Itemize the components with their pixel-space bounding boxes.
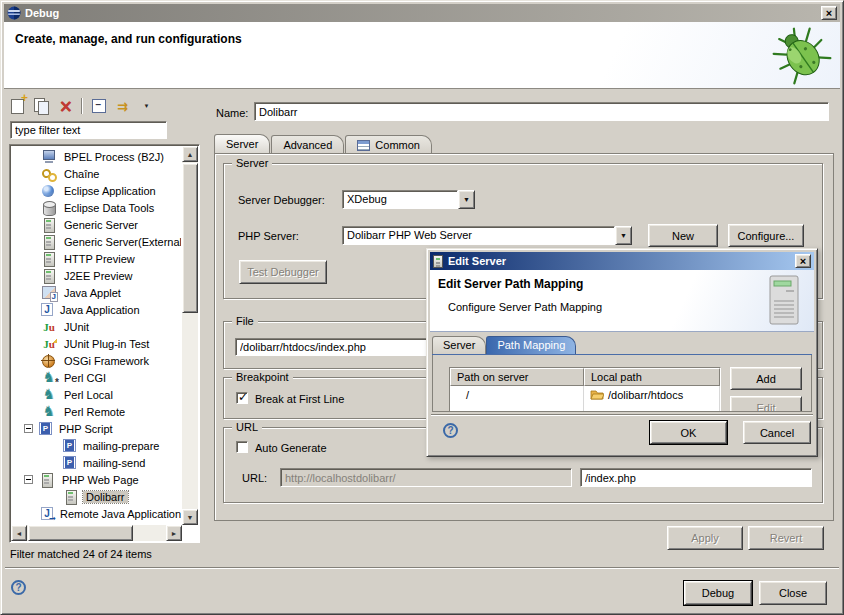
tree-item-label: Generic Server bbox=[61, 219, 141, 231]
auto-generate-label: Auto Generate bbox=[255, 442, 327, 454]
server-debugger-combo[interactable]: XDebug bbox=[342, 190, 475, 209]
toolbar-menu-arrow-icon[interactable] bbox=[138, 98, 155, 114]
tree-item-label: JUnit bbox=[61, 321, 92, 333]
dialog-tabs: Server Path Mapping bbox=[432, 335, 812, 355]
tree-item[interactable]: JUnit Plug-in Test bbox=[12, 335, 181, 352]
collapse-all-icon[interactable] bbox=[90, 98, 107, 114]
expander-minus-icon[interactable] bbox=[24, 475, 33, 484]
tree-item[interactable]: OSGi Framework bbox=[12, 352, 181, 369]
tree-item[interactable]: Perl CGI bbox=[12, 369, 181, 386]
tree-item[interactable]: mailing-prepare bbox=[12, 437, 181, 454]
osgi-icon bbox=[41, 354, 57, 368]
server-icon bbox=[39, 473, 55, 487]
revert-button[interactable]: Revert bbox=[748, 526, 824, 550]
dialog-heading: Edit Server Path Mapping bbox=[438, 277, 583, 291]
tree-item-label: BPEL Process (B2J) bbox=[61, 151, 167, 163]
scroll-right-icon[interactable]: ► bbox=[166, 525, 182, 541]
column-local-path[interactable]: Local path bbox=[584, 368, 720, 386]
ok-button[interactable]: OK bbox=[650, 421, 727, 444]
scroll-left-icon[interactable]: ◄ bbox=[11, 525, 27, 541]
help-icon[interactable]: ? bbox=[11, 580, 26, 595]
auto-generate-checkbox[interactable] bbox=[236, 441, 248, 453]
config-tree-box: BPEL Process (B2J)ChaîneEclipse Applicat… bbox=[9, 144, 200, 543]
apply-button[interactable]: Apply bbox=[667, 526, 743, 550]
edit-server-title: Edit Server bbox=[448, 255, 506, 267]
tree-item[interactable]: Java Application bbox=[12, 301, 181, 318]
tree-item[interactable]: Eclipse Application bbox=[12, 182, 181, 199]
delete-config-icon[interactable] bbox=[57, 98, 74, 114]
filter-input[interactable] bbox=[10, 121, 167, 139]
new-server-button[interactable]: New bbox=[648, 224, 718, 247]
server-icon bbox=[63, 490, 79, 504]
column-path-on-server[interactable]: Path on server bbox=[450, 368, 584, 386]
tree-item[interactable]: Perl Remote bbox=[12, 403, 181, 420]
tree-item[interactable]: Eclipse Data Tools bbox=[12, 199, 181, 216]
server-icon bbox=[41, 235, 57, 249]
edit-mapping-button[interactable]: Edit bbox=[730, 396, 802, 412]
add-mapping-button[interactable]: Add bbox=[730, 367, 802, 390]
break-first-line-checkbox[interactable] bbox=[236, 392, 248, 404]
perl-cgi-icon bbox=[41, 371, 57, 385]
window-titlebar: Debug × bbox=[4, 4, 840, 22]
mapping-table-body: //dolibarr/htdocs bbox=[450, 386, 720, 412]
debug-bug-icon bbox=[772, 24, 832, 88]
mapping-row[interactable]: //dolibarr/htdocs bbox=[450, 386, 720, 404]
tree-item[interactable]: J2EE Preview bbox=[12, 267, 181, 284]
debug-button[interactable]: Debug bbox=[684, 581, 752, 605]
config-tree: BPEL Process (B2J)ChaîneEclipse Applicat… bbox=[12, 148, 181, 524]
scroll-up-icon[interactable]: ▲ bbox=[182, 146, 198, 162]
tab-server[interactable]: Server bbox=[214, 134, 270, 154]
tree-vertical-scrollbar[interactable]: ▲ ▼ bbox=[182, 146, 198, 525]
filter-launch-icon[interactable] bbox=[114, 98, 131, 114]
java-icon bbox=[41, 303, 53, 316]
close-window-icon[interactable]: × bbox=[821, 6, 837, 20]
vertical-scroll-thumb[interactable] bbox=[182, 163, 198, 313]
window-title: Debug bbox=[25, 7, 59, 19]
expander-minus-icon[interactable] bbox=[24, 424, 33, 433]
tree-item[interactable]: HTTP Preview bbox=[12, 250, 181, 267]
name-input[interactable] bbox=[254, 102, 829, 121]
php-file-icon bbox=[63, 456, 76, 469]
name-label: Name: bbox=[216, 107, 248, 119]
editor-tabs: Server Advanced Common bbox=[214, 133, 433, 154]
tree-item[interactable]: Chaîne bbox=[12, 165, 181, 182]
toolbar-separator bbox=[81, 98, 83, 114]
tree-item[interactable]: JUnit bbox=[12, 318, 181, 335]
server-icon bbox=[41, 218, 57, 232]
tree-item[interactable]: Dolibarr bbox=[12, 488, 181, 505]
eclipse-sphere-icon bbox=[41, 184, 57, 198]
duplicate-config-icon[interactable] bbox=[33, 98, 50, 114]
tree-item-label: OSGi Framework bbox=[61, 355, 152, 367]
tree-item[interactable]: mailing-send bbox=[12, 454, 181, 471]
tree-item[interactable]: Perl Local bbox=[12, 386, 181, 403]
close-button[interactable]: Close bbox=[759, 581, 827, 605]
server-debugger-value[interactable]: XDebug bbox=[342, 190, 458, 209]
chevron-down-icon[interactable] bbox=[458, 190, 475, 209]
tree-horizontal-scrollbar[interactable]: ◄ ► bbox=[11, 525, 182, 541]
configure-server-button[interactable]: Configure... bbox=[728, 224, 804, 247]
dialog-tab-path-mapping[interactable]: Path Mapping bbox=[486, 336, 576, 354]
tree-item[interactable]: Java Applet bbox=[12, 284, 181, 301]
close-dialog-icon[interactable]: × bbox=[795, 254, 811, 268]
test-debugger-button[interactable]: Test Debugger bbox=[239, 260, 327, 284]
php-server-combo[interactable]: Dolibarr PHP Web Server bbox=[342, 226, 632, 245]
dialog-tab-server[interactable]: Server bbox=[432, 336, 486, 354]
horizontal-scroll-thumb[interactable] bbox=[28, 525, 133, 541]
scroll-down-icon[interactable]: ▼ bbox=[182, 509, 198, 525]
tree-item[interactable]: PHP Web Page bbox=[12, 471, 181, 488]
tab-advanced[interactable]: Advanced bbox=[271, 135, 344, 154]
cancel-button[interactable]: Cancel bbox=[743, 421, 811, 444]
tree-item[interactable]: Generic Server(External La bbox=[12, 233, 181, 250]
chevron-down-icon[interactable] bbox=[615, 226, 632, 245]
dialog-help-icon[interactable]: ? bbox=[443, 423, 458, 438]
break-first-line-label: Break at First Line bbox=[255, 393, 344, 405]
tree-item-label: Perl CGI bbox=[61, 372, 109, 384]
tree-item[interactable]: BPEL Process (B2J) bbox=[12, 148, 181, 165]
tree-item[interactable]: Generic Server bbox=[12, 216, 181, 233]
new-config-icon[interactable] bbox=[9, 98, 26, 114]
php-server-value[interactable]: Dolibarr PHP Web Server bbox=[342, 226, 615, 245]
tab-common[interactable]: Common bbox=[345, 135, 432, 154]
url-path-input[interactable] bbox=[580, 468, 812, 487]
tree-item[interactable]: PHP Script bbox=[12, 420, 181, 437]
tree-item[interactable]: Remote Java Application bbox=[12, 505, 181, 522]
